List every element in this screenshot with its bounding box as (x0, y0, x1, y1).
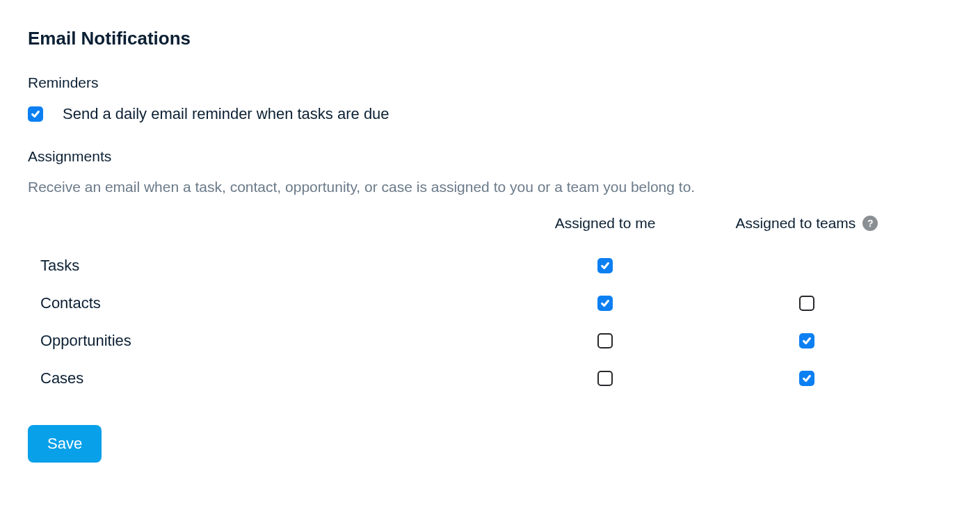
assigned-to-teams-cell (682, 296, 932, 311)
assigned-to-me-cell (529, 258, 682, 273)
check-icon (802, 336, 812, 346)
column-header-assigned-to-teams: Assigned to teams ? (682, 215, 932, 232)
reminders-header: Reminders (28, 74, 952, 91)
assignments-description: Receive an email when a task, contact, o… (28, 179, 952, 195)
assigned-to-me-checkbox[interactable] (597, 296, 613, 311)
row-label: Contacts (28, 294, 529, 312)
assigned-to-teams-cell (682, 333, 932, 348)
assigned-to-teams-checkbox[interactable] (799, 371, 814, 386)
reminder-daily-row: Send a daily email reminder when tasks a… (28, 105, 952, 123)
assigned-to-teams-checkbox[interactable] (799, 333, 814, 348)
assigned-to-me-cell (529, 296, 682, 311)
page-title: Email Notifications (28, 28, 952, 49)
help-icon[interactable]: ? (862, 216, 878, 231)
column-header-assigned-to-teams-label: Assigned to teams (736, 215, 856, 232)
assignments-table-header: Assigned to me Assigned to teams ? (28, 215, 952, 232)
column-header-assigned-to-me: Assigned to me (529, 215, 682, 232)
assigned-to-teams-cell (682, 371, 932, 386)
save-button[interactable]: Save (28, 425, 102, 463)
assigned-to-me-checkbox[interactable] (597, 258, 613, 273)
check-icon (600, 298, 610, 308)
assigned-to-teams-checkbox[interactable] (799, 296, 814, 311)
row-label: Opportunities (28, 332, 529, 350)
row-label: Tasks (28, 257, 529, 275)
assigned-to-me-cell (529, 371, 682, 386)
reminder-daily-label: Send a daily email reminder when tasks a… (63, 105, 389, 123)
check-icon (31, 109, 40, 119)
column-header-assigned-to-me-label: Assigned to me (555, 215, 656, 232)
assignments-table: Assigned to me Assigned to teams ? Tasks… (28, 215, 952, 397)
table-row: Cases (28, 360, 952, 397)
assigned-to-me-cell (529, 333, 682, 348)
row-label: Cases (28, 369, 529, 387)
check-icon (600, 261, 610, 271)
reminder-daily-checkbox[interactable] (28, 106, 43, 122)
assignments-header: Assignments (28, 148, 952, 165)
assigned-to-me-checkbox[interactable] (597, 333, 613, 348)
table-row: Tasks (28, 247, 952, 284)
table-row: Contacts (28, 284, 952, 322)
check-icon (802, 374, 812, 383)
assigned-to-me-checkbox[interactable] (597, 371, 613, 386)
table-row: Opportunities (28, 322, 952, 360)
